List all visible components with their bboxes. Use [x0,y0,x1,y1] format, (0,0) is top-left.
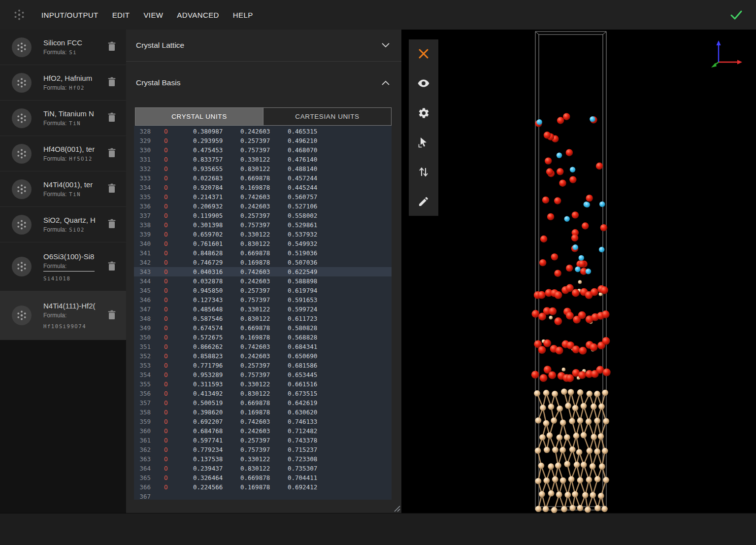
sidebar-item-tin-titanium-n[interactable]: TiN, Titanium N Formula:TiN [0,101,126,136]
line-number: 330 [138,145,151,155]
menu-item-advanced[interactable]: ADVANCED [177,7,219,23]
line-number: 363 [138,454,151,464]
swap-vertical-icon[interactable] [416,164,431,180]
delete-material-icon[interactable] [105,39,118,55]
delete-material-icon[interactable] [105,308,118,323]
crystal-lattice-section-header[interactable]: Crystal Lattice [126,30,401,62]
editor-row[interactable]: 361 O 0.597741 0.257397 0.743378 [134,436,392,445]
coord-a: 0.485648 [193,305,240,314]
editor-row[interactable]: 365 O 0.326464 0.669878 0.704411 [134,473,392,482]
editor-row[interactable]: 350 O 0.572675 0.169878 0.568828 [134,333,392,342]
editor-row[interactable]: 343 O 0.040316 0.742603 0.622549 [134,267,392,276]
editor-row[interactable]: 328 O 0.380987 0.242603 0.465315 [134,127,392,136]
crystal-structure-scene[interactable] [401,30,756,513]
check-icon[interactable] [729,8,743,22]
coord-b: 0.757397 [240,445,288,454]
editor-row[interactable]: 348 O 0.587546 0.830122 0.611723 [134,314,392,323]
editor-row[interactable]: 347 O 0.485648 0.330122 0.599724 [134,305,392,314]
delete-material-icon[interactable] [105,110,118,126]
sidebar-item-n4ti4-111-hf2[interactable]: N4Ti4(111)-Hf2( Formula:Hf10Si99O74 [0,291,126,340]
editor-row[interactable]: 337 O 0.119905 0.257397 0.558002 [134,211,392,220]
element-symbol: O [164,445,170,454]
sidebar-item-o6si3-100-si8[interactable]: O6Si3(100)-Si8 Formula:Si41O18 [0,242,126,291]
editor-row[interactable]: 340 O 0.761601 0.830122 0.549932 [134,239,392,248]
coord-b: 0.669878 [240,398,288,408]
element-symbol: O [164,295,170,305]
editor-row[interactable]: 339 O 0.659702 0.330122 0.537932 [134,230,392,239]
editor-row[interactable]: 335 O 0.214371 0.742603 0.560757 [134,192,392,202]
settings-icon[interactable] [416,105,431,121]
sidebar-item-hfo2-hafnium[interactable]: HfO2, Hafnium Formula:HfO2 [0,65,126,101]
editor-row[interactable]: 362 O 0.779234 0.757397 0.715237 [134,445,392,454]
editor-row[interactable]: 342 O 0.746729 0.169878 0.507036 [134,258,392,267]
coord-b: 0.757397 [240,295,288,305]
editor-row[interactable]: 360 O 0.684768 0.242603 0.712482 [134,426,392,436]
crystal-basis-editor[interactable]: 328 O 0.380987 0.242603 0.465315 329 O 0… [134,126,392,500]
coord-a: 0.239437 [193,464,240,473]
crystal-basis-section-header[interactable]: Crystal Basis [126,62,401,104]
editor-row[interactable]: 366 O 0.224566 0.169878 0.692412 [134,482,392,492]
coord-a: 0.587546 [193,314,240,323]
editor-row[interactable]: 336 O 0.206932 0.242603 0.527106 [134,202,392,211]
material-meta: HfO2, Hafnium Formula:HfO2 [43,74,102,92]
tab-cartesian-units[interactable]: CARTESIAN UNITS [263,108,391,125]
coord-a: 0.684768 [193,426,240,436]
close-icon[interactable] [416,46,431,62]
sidebar-item-hf4o8-001-ter[interactable]: Hf4O8(001), ter Formula:Hf5O12 [0,136,126,171]
coord-c: 0.684341 [288,342,335,351]
editor-row[interactable]: 352 O 0.858823 0.242603 0.650690 [134,351,392,361]
menu-item-view[interactable]: VIEW [143,7,163,23]
menu-item-edit[interactable]: EDIT [112,7,130,23]
coord-a: 0.935655 [193,164,240,173]
coord-c: 0.457244 [288,173,335,183]
delete-material-icon[interactable] [105,75,118,90]
element-symbol: O [164,333,170,342]
delete-material-icon[interactable] [105,259,118,274]
editor-row[interactable]: 332 O 0.935655 0.830122 0.488140 [134,164,392,173]
editor-row[interactable]: 353 O 0.771796 0.257397 0.681586 [134,361,392,370]
material-avatar [12,73,32,93]
measurement-icon[interactable] [416,135,431,150]
edit-icon[interactable] [416,194,431,209]
structure-3d-viewer[interactable] [401,30,756,513]
tab-crystal-units[interactable]: CRYSTAL UNITS [135,108,263,125]
visibility-icon[interactable] [416,75,431,91]
sidebar-item-sio2-quartz-h[interactable]: SiO2, Quartz, H Formula:SiO2 [0,207,126,242]
editor-row[interactable]: 363 O 0.137538 0.330122 0.723308 [134,454,392,464]
editor-row[interactable]: 358 O 0.398620 0.169878 0.630620 [134,408,392,417]
editor-row[interactable]: 354 O 0.953289 0.757397 0.653445 [134,370,392,379]
editor-row[interactable]: 355 O 0.311593 0.330122 0.661516 [134,379,392,389]
editor-row[interactable]: 344 O 0.032878 0.242603 0.588898 [134,276,392,286]
editor-row[interactable]: 367 [134,492,392,500]
editor-row[interactable]: 351 O 0.866262 0.742603 0.684341 [134,342,392,351]
coord-c: 0.468070 [288,145,335,155]
line-number: 328 [138,127,151,136]
delete-material-icon[interactable] [105,181,118,197]
units-tab-group: CRYSTAL UNITSCARTESIAN UNITS [135,107,392,126]
editor-row[interactable]: 334 O 0.920784 0.169878 0.445244 [134,183,392,192]
line-number: 339 [138,230,151,239]
delete-material-icon[interactable] [105,146,118,161]
element-symbol: O [164,408,170,417]
editor-row[interactable]: 333 O 0.022683 0.669878 0.457244 [134,173,392,183]
editor-row[interactable]: 364 O 0.239437 0.830122 0.735307 [134,464,392,473]
menu-item-input-output[interactable]: INPUT/OUTPUT [41,7,99,23]
delete-material-icon[interactable] [105,217,118,232]
resize-handle-icon[interactable] [394,505,400,512]
sidebar-item-silicon-fcc[interactable]: Silicon FCC Formula:Si [0,30,126,65]
editor-row[interactable]: 329 O 0.293959 0.257397 0.496210 [134,136,392,145]
editor-row[interactable]: 359 O 0.692207 0.742603 0.746133 [134,417,392,426]
editor-row[interactable]: 349 O 0.674574 0.669878 0.580828 [134,323,392,333]
sidebar-item-n4ti4-001-ter[interactable]: N4Ti4(001), ter Formula:TiN [0,171,126,207]
editor-row[interactable]: 346 O 0.127343 0.757397 0.591653 [134,295,392,305]
editor-row[interactable]: 330 O 0.475453 0.757397 0.468070 [134,145,392,155]
coord-c: 0.715237 [288,445,335,454]
editor-row[interactable]: 356 O 0.413492 0.830122 0.673515 [134,389,392,398]
editor-row[interactable]: 338 O 0.301398 0.757397 0.529861 [134,220,392,230]
menu-item-help[interactable]: HELP [233,7,253,23]
editor-row[interactable]: 357 O 0.500519 0.669878 0.642619 [134,398,392,408]
editor-row[interactable]: 331 O 0.833757 0.330122 0.476140 [134,155,392,164]
editor-row[interactable]: 345 O 0.945850 0.257397 0.619794 [134,286,392,295]
editor-row[interactable]: 341 O 0.848628 0.669878 0.519036 [134,248,392,258]
element-symbol: O [164,173,170,183]
